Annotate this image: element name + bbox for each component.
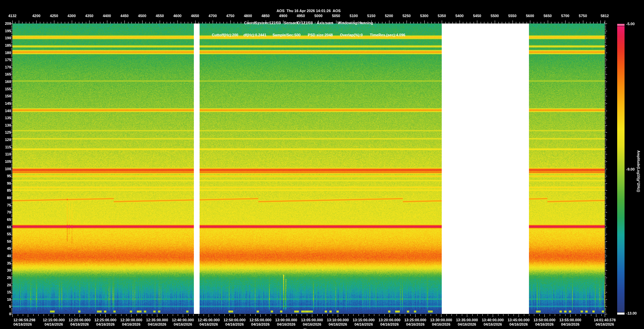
aos-spectrogram-window: AOS Thu 16 Apr 2026 14:01:26 AOS CoordSy… [0,0,644,329]
spectrogram-plot-canvas[interactable] [0,0,644,329]
